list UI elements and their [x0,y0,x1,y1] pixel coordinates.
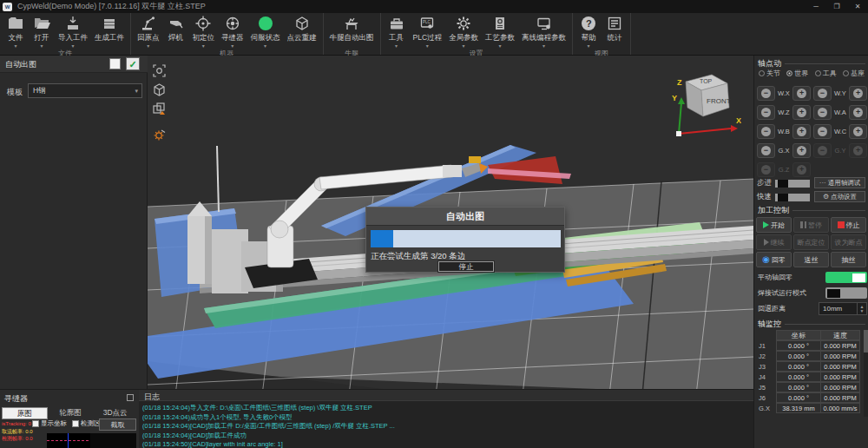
right-control-panel: 轴点动 关节世界工具基座 −W.X+−W.Y+−W.Z+−W.A+−W.B+−W… [753,56,868,448]
jog-settings-button[interactable]: ⚙ 点动设置 [814,191,865,202]
ribbon-button[interactable]: 点云重建 [284,14,320,49]
jog-plus-button-W.Y[interactable]: + [849,86,867,101]
ribbon-button-label: 牛腿自动出图 [330,33,374,43]
speed-slider[interactable] [774,193,811,202]
control-button-抽丝[interactable]: 抽丝 [831,252,866,267]
jog-plus-button-W.Z[interactable]: + [792,105,811,120]
iso-view-icon[interactable] [151,82,168,98]
control-button-送丝[interactable]: 送丝 [793,252,829,267]
template-select[interactable]: H钢 ▾ [28,83,142,98]
ribbon-button[interactable]: ?帮助▾ [575,14,602,49]
jog-plus-button-G.X[interactable]: + [792,143,811,158]
ribbon-button-label: 帮助 [582,33,596,43]
color-swatch-button[interactable] [109,58,121,69]
ribbon-button[interactable]: 焊机 [163,14,189,49]
ribbon-button[interactable]: PLCPLC过程▾ [410,14,446,49]
checkbox-icon[interactable] [72,420,79,427]
jog-minus-button-W.Z[interactable]: − [757,105,775,120]
spinner-arrows-icon[interactable]: ▲▼ [857,303,866,314]
auto-draw-panel: 自动出图 ✓ 模板 H钢 ▾ [0,56,148,389]
ribbon-button-label: 工具 [389,33,404,43]
ribbon-button[interactable]: 工艺参数▾ [482,14,518,49]
ribbon-button[interactable]: 伺服状态▾ [247,14,284,49]
axis-debug-button[interactable]: ··· 通用轴调试 [814,177,865,188]
confirm-check-button[interactable]: ✓ [126,57,140,70]
ribbon-button[interactable]: 打开▾ [29,14,55,49]
ribbon-button[interactable]: 寻缝器▾ [218,14,247,49]
jog-mode-radios: 关节世界工具基座 [756,69,867,78]
close-button[interactable]: ✕ [847,0,868,13]
monitor-row-G.X: G.X38.319 mm0.000 mm/s [756,403,862,413]
control-button-停止[interactable]: 停止 [831,217,866,233]
jog-axis-label: W.Y [833,89,848,97]
minus-icon: − [818,146,827,155]
homing-toggle[interactable] [825,272,867,283]
jog-minus-button-W.A[interactable]: − [813,105,832,120]
minus-icon: − [818,89,827,98]
monitor-row-J6: J60.000 °0.000 RPM [756,392,862,403]
speed-slider-knob[interactable] [778,194,788,201]
jog-plus-button-W.C[interactable]: + [849,124,867,139]
jog-axis-label: G.Z [777,166,792,174]
dryrun-toggle[interactable] [825,287,867,299]
axis-y-label: Y [672,94,677,102]
control-button-label: 抽丝 [842,255,856,265]
dialog-stop-button[interactable]: 停止 [438,261,494,272]
ribbon-button[interactable]: 生成工件 [91,14,128,49]
jog-mode-工具[interactable]: 工具 [815,69,837,78]
capture-button[interactable]: 截取 [99,418,136,431]
section-view-icon[interactable] [151,101,168,117]
homing-toggle-row: 平动轴回零 [758,272,867,283]
ribbon-button[interactable]: 导入工件▾ [55,14,91,49]
tab-轮廓图[interactable]: 轮廓图 [49,407,93,419]
tab-原图[interactable]: 原图 [2,407,48,419]
ribbon-button[interactable]: 回原点▾ [134,14,163,49]
axis-z-label: Z [677,78,682,87]
jog-minus-button-W.X[interactable]: − [757,86,775,101]
jog-mode-世界[interactable]: 世界 [786,69,808,78]
step-slider-knob[interactable] [778,180,788,188]
ribbon-button-label: 焊机 [168,33,183,43]
jog-plus-button-W.A[interactable]: + [849,105,867,120]
jog-mode-基座[interactable]: 基座 [843,69,865,78]
radio-icon [843,70,849,76]
fit-view-icon[interactable] [151,63,168,79]
axis-name: G.X [756,403,777,413]
ribbon-button[interactable]: 文件▾ [3,14,29,49]
log-title: 日志 [144,392,160,403]
dropdown-caret-icon: ▾ [71,43,74,49]
checkbox-icon[interactable] [32,420,39,427]
simulation-icon[interactable] [151,127,168,143]
scrollbar-thumb[interactable] [864,330,868,352]
retract-distance-spinner[interactable]: 10mm ▲▼ [819,302,867,315]
ribbon-button-label: 初定位 [193,33,215,43]
ribbon-button[interactable]: 离线编程参数▾ [518,14,569,49]
jog-mode-关节[interactable]: 关节 [759,69,780,78]
ribbon-button[interactable]: 全局参数▾ [445,14,482,49]
jog-plus-button-W.B[interactable]: + [792,124,811,139]
navigation-cube[interactable]: TOP FRONT X Y Z [667,63,741,146]
jog-minus-button-W.B[interactable]: − [757,124,775,139]
home-icon: ◉ [762,255,770,264]
minimize-button[interactable]: ─ [806,0,826,13]
restore-button[interactable]: ❐ [826,0,847,13]
ribbon-button[interactable]: 初定位▾ [189,14,219,49]
tab-3D点云[interactable]: 3D点云 [93,407,137,419]
ribbon-button[interactable]: 牛腿自动出图 [326,14,378,49]
jog-plus-button-W.X[interactable]: + [792,86,811,101]
ribbon-button[interactable]: 工具▾ [384,14,410,49]
plus-icon: + [853,127,863,136]
step-slider[interactable] [774,179,811,188]
monitor-scrollbar[interactable] [864,330,868,417]
control-button-开始[interactable]: 开始 [756,217,792,233]
ribbon-button[interactable]: 统计 [602,14,628,49]
control-button-回零[interactable]: ◉回零 [756,252,792,267]
expand-icon[interactable] [127,394,134,401]
jog-minus-button-W.Y[interactable]: − [813,86,832,101]
jog-minus-button-G.X[interactable]: − [757,143,775,158]
open-icon [33,15,50,32]
jog-minus-button-W.C[interactable]: − [813,124,832,139]
nav-cube-top-label: TOP [700,78,713,84]
viewport-3d[interactable]: TOP FRONT X Y Z 自动出图 正在尝试生成第 3/20 条边 停止 [148,56,753,395]
checkbox-显示坐标[interactable]: 显示坐标 [32,419,67,428]
